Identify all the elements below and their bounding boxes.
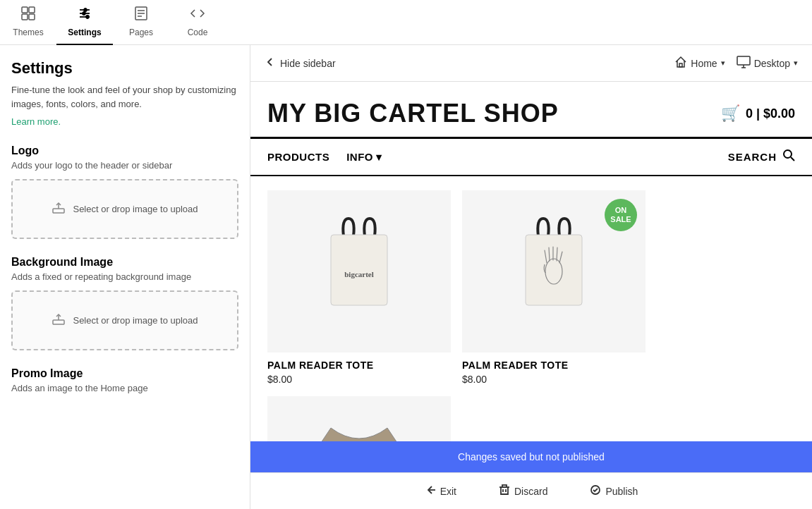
top-navigation: Themes Settings: [0, 0, 812, 45]
shop-navigation: PRODUCTS INFO ▾ SEARCH: [250, 139, 812, 176]
nav-pages-label: Pages: [129, 27, 153, 37]
svg-rect-40: [502, 485, 507, 487]
background-section-desc: Adds a fixed or repeating background ima…: [11, 271, 238, 282]
exit-label: Exit: [440, 486, 456, 497]
publish-label: Publish: [605, 486, 638, 497]
exit-icon: [425, 484, 436, 498]
themes-icon: [20, 6, 36, 25]
nav-themes-label: Themes: [13, 27, 43, 37]
logo-upload-text: Select or drop image to upload: [73, 204, 198, 214]
products-grid: bigcartel PALM READER TOTE $8.00: [250, 176, 812, 441]
logo-section-title: Logo: [11, 145, 238, 157]
nav-pages[interactable]: Pages: [113, 0, 169, 45]
publish-button[interactable]: Publish: [590, 484, 638, 498]
svg-rect-2: [22, 14, 28, 20]
topbar-right: Home ▾ Desktop ▾: [674, 56, 798, 70]
logo-section-desc: Adds your logo to the header or sidebar: [11, 160, 238, 171]
svg-rect-29: [526, 235, 582, 305]
shop-nav-right: SEARCH: [728, 149, 795, 165]
nav-code[interactable]: Code: [169, 0, 226, 45]
nav-info[interactable]: INFO ▾: [346, 151, 382, 164]
desktop-icon: [737, 56, 751, 70]
discard-button[interactable]: Discard: [499, 484, 547, 498]
home-chevron-icon: ▾: [721, 59, 725, 68]
hide-sidebar-button[interactable]: Hide sidebar: [265, 56, 336, 70]
svg-point-25: [784, 150, 792, 158]
product-card-2[interactable]: ONSALE PALM READER TOTE $8.00: [462, 190, 646, 385]
product-card-3[interactable]: Big Cartel COFFEE SCRIPT TEE $20.00: [267, 396, 451, 441]
info-label: INFO: [346, 151, 373, 163]
settings-icon: [77, 6, 92, 25]
code-icon: [190, 6, 205, 25]
publish-icon: [590, 484, 601, 498]
desktop-button[interactable]: Desktop ▾: [737, 56, 798, 70]
svg-rect-17: [53, 209, 64, 213]
discard-icon: [499, 484, 510, 498]
cart-label: 0 | $0.00: [746, 106, 795, 121]
svg-line-26: [791, 157, 794, 161]
bottom-toolbar: Exit Discard: [250, 472, 812, 509]
info-chevron-icon: ▾: [376, 151, 382, 164]
svg-rect-3: [29, 14, 35, 20]
home-label: Home: [691, 58, 717, 69]
learn-more-link[interactable]: Learn more.: [11, 116, 61, 127]
product-price-2: $8.00: [462, 374, 646, 385]
product-image-1: bigcartel: [267, 190, 451, 352]
svg-point-9: [83, 12, 85, 15]
nav-products[interactable]: PRODUCTS: [267, 151, 329, 163]
status-message: Changes saved but not published: [458, 451, 605, 462]
svg-text:bigcartel: bigcartel: [344, 270, 374, 278]
desktop-label: Desktop: [754, 58, 790, 69]
svg-rect-0: [22, 7, 28, 13]
desktop-chevron-icon: ▾: [794, 59, 798, 68]
product-name-2: PALM READER TOTE: [462, 360, 646, 371]
nav-settings[interactable]: Settings: [56, 0, 113, 45]
preview-panel: Hide sidebar Home ▾: [250, 45, 812, 509]
background-upload-text: Select or drop image to upload: [73, 315, 198, 326]
nav-code-label: Code: [188, 27, 208, 37]
nav-themes[interactable]: Themes: [0, 0, 56, 45]
promo-section-title: Promo Image: [11, 367, 238, 380]
svg-point-6: [84, 8, 87, 11]
svg-rect-1: [29, 7, 35, 13]
settings-sidebar: Settings Fine-tune the look and feel of …: [0, 45, 250, 509]
shop-preview: MY BIG CARTEL SHOP 🛒 0 | $0.00 PRODUCTS …: [250, 82, 812, 441]
arrow-left-icon: [265, 56, 276, 70]
background-section-title: Background Image: [11, 256, 238, 269]
shop-header: MY BIG CARTEL SHOP 🛒 0 | $0.00: [250, 82, 812, 139]
exit-button[interactable]: Exit: [425, 484, 456, 498]
on-sale-badge: ONSALE: [605, 199, 637, 231]
home-icon: [674, 56, 687, 70]
promo-section-desc: Adds an image to the Home page: [11, 383, 238, 393]
search-label: SEARCH: [728, 151, 777, 163]
svg-rect-22: [737, 56, 750, 65]
preview-topbar: Hide sidebar Home ▾: [250, 45, 812, 82]
pages-icon: [133, 6, 149, 25]
svg-rect-19: [53, 320, 64, 324]
shop-nav-left: PRODUCTS INFO ▾: [267, 151, 382, 164]
background-upload-box[interactable]: Select or drop image to upload: [11, 290, 238, 350]
nav-settings-label: Settings: [68, 27, 101, 37]
sidebar-title: Settings: [11, 59, 238, 78]
products-label: PRODUCTS: [267, 151, 329, 163]
svg-point-12: [86, 16, 89, 18]
search-icon[interactable]: [782, 149, 795, 165]
cart-info[interactable]: 🛒 0 | $0.00: [721, 104, 795, 123]
product-price-1: $8.00: [267, 374, 451, 385]
sidebar-description: Fine-tune the look and feel of your shop…: [11, 83, 238, 111]
shop-title: MY BIG CARTEL SHOP: [267, 99, 559, 128]
product-card-1[interactable]: bigcartel PALM READER TOTE $8.00: [267, 190, 451, 385]
product-image-3: Big Cartel: [267, 396, 451, 441]
home-button[interactable]: Home ▾: [674, 56, 725, 70]
status-bar: Changes saved but not published: [250, 441, 812, 472]
main-layout: Settings Fine-tune the look and feel of …: [0, 45, 812, 509]
logo-upload-box[interactable]: Select or drop image to upload: [11, 179, 238, 239]
product-name-1: PALM READER TOTE: [267, 360, 451, 371]
upload-icon: [51, 200, 66, 218]
cart-icon: 🛒: [721, 104, 740, 123]
hide-sidebar-label: Hide sidebar: [280, 58, 336, 69]
discard-label: Discard: [514, 486, 547, 497]
upload-icon-bg: [51, 312, 66, 329]
svg-rect-21: [679, 63, 682, 67]
product-image-2: ONSALE: [462, 190, 646, 352]
